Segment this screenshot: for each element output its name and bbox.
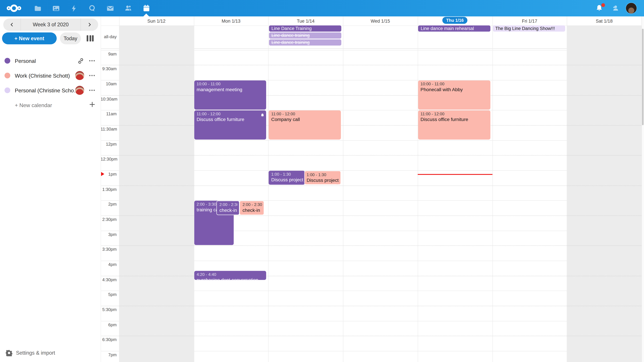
all-day-event[interactable]: Line dance training: [269, 32, 341, 38]
day-header[interactable]: Sun 1/12: [119, 16, 194, 25]
event[interactable]: 11:00 - 12:00Company call: [269, 110, 341, 140]
grid-vertical-line: [343, 16, 343, 362]
event-title: check-in: [219, 208, 238, 213]
scrollbar-thumb[interactable]: [642, 29, 644, 125]
calendar-item-work-christine[interactable]: Work (Christine Schott): [0, 68, 100, 83]
event[interactable]: 10:00 - 11:00Phonecall with Abby: [418, 80, 490, 110]
now-arrow-indicator: [101, 172, 104, 176]
mail-app-icon[interactable]: [101, 0, 119, 16]
event-title: Phonecall with Abby: [420, 87, 488, 92]
day-column[interactable]: [418, 25, 492, 362]
time-label: 1:30pm: [100, 187, 117, 191]
day-column[interactable]: [567, 25, 642, 362]
day-header[interactable]: Thu 1/16: [418, 16, 492, 25]
grid-horizontal-line: [100, 140, 642, 141]
grid-horizontal-line: [100, 110, 642, 110]
user-avatar[interactable]: [626, 3, 636, 13]
time-label: 3:30pm: [100, 247, 117, 252]
owner-avatar: [75, 86, 84, 95]
time-label: 10am: [100, 81, 117, 86]
event-time: 2:00 - 2:30: [219, 202, 238, 207]
event-title: Discuss project announcement: [271, 177, 303, 183]
grid-horizontal-line: [100, 65, 642, 65]
grid-horizontal-line: [100, 185, 642, 186]
day-column[interactable]: [268, 25, 343, 362]
day-column[interactable]: [194, 25, 268, 362]
grid-vertical-line: [567, 16, 567, 362]
contacts-menu-icon[interactable]: [606, 0, 625, 16]
event-time: 11:00 - 12:00: [271, 111, 339, 116]
event-time: 10:00 - 11:00: [196, 81, 265, 86]
grid-horizontal-line: [100, 261, 642, 261]
view-toggle-icon[interactable]: [87, 35, 95, 42]
calendar-item-personal-christine[interactable]: Personal (Christine Scho…: [0, 83, 100, 98]
nextcloud-logo-icon[interactable]: [5, 0, 23, 16]
day-column[interactable]: [119, 25, 194, 362]
day-column[interactable]: [343, 25, 418, 362]
top-bar: [0, 0, 644, 16]
event[interactable]: 2:00 - 2:30check-in: [216, 201, 240, 215]
next-week-button[interactable]: [80, 18, 98, 31]
event[interactable]: 11:00 - 12:00Discuss office furniture: [418, 110, 490, 140]
time-label: 5pm: [100, 292, 117, 297]
time-label: 3pm: [100, 232, 117, 237]
calendar-actions-menu[interactable]: [89, 72, 95, 80]
grid-horizontal-line: [100, 321, 642, 321]
files-app-icon[interactable]: [29, 0, 47, 16]
time-label: 6pm: [100, 322, 117, 327]
event[interactable]: 11:00 - 12:00Discuss office furniture: [194, 110, 266, 140]
day-header[interactable]: Mon 1/13: [194, 16, 268, 25]
event-title: check-in: [242, 208, 262, 213]
event[interactable]: 1:00 - 1:30Discuss project announcement: [304, 171, 341, 185]
time-label: 7pm: [100, 352, 117, 357]
day-header[interactable]: Fri 1/17: [492, 16, 567, 25]
notifications-bell-icon[interactable]: [590, 0, 608, 16]
previous-week-button[interactable]: [3, 18, 21, 31]
gear-icon: [6, 350, 12, 356]
event[interactable]: 10:00 - 11:00management meeting: [194, 80, 266, 110]
week-title[interactable]: Week 3 of 2020: [21, 18, 80, 31]
event-time: 11:00 - 12:00: [196, 111, 265, 116]
all-day-event[interactable]: Line dance training: [269, 39, 341, 45]
grid-horizontal-line: [100, 231, 642, 231]
new-calendar-button[interactable]: + New calendar: [0, 98, 100, 112]
time-label: 9:30am: [100, 66, 117, 71]
event[interactable]: 4:20 - 4:40purchasing dept conversation: [194, 271, 266, 280]
grid-vertical-line: [642, 16, 642, 362]
time-label: 12pm: [100, 141, 117, 146]
settings-import-button[interactable]: Settings & import: [0, 347, 100, 359]
calendar-color-dot: [4, 72, 10, 78]
grid-horizontal-line: [100, 95, 642, 95]
time-label: 11:30am: [100, 126, 117, 131]
grid-horizontal-line: [100, 336, 642, 336]
contacts-app-icon[interactable]: [119, 0, 137, 16]
activity-app-icon[interactable]: [65, 0, 83, 16]
day-header[interactable]: Sat 1/18: [567, 16, 642, 25]
time-label: 11am: [100, 111, 117, 116]
today-button[interactable]: Today: [60, 32, 81, 44]
grid-vertical-line: [492, 16, 492, 362]
grid-horizontal-line: [100, 216, 642, 216]
share-link-icon[interactable]: [77, 57, 84, 66]
time-label: 4pm: [100, 262, 117, 267]
grid-horizontal-line: [100, 306, 642, 306]
day-header[interactable]: Wed 1/15: [343, 16, 418, 25]
event[interactable]: 1:00 - 1:30Discuss project announcement: [269, 171, 305, 185]
photos-app-icon[interactable]: [47, 0, 65, 16]
day-column[interactable]: [492, 25, 567, 362]
talk-app-icon[interactable]: [83, 0, 101, 16]
calendar-actions-menu[interactable]: [89, 58, 95, 65]
day-header[interactable]: Tue 1/14: [268, 16, 343, 25]
all-day-event[interactable]: Line Dance Training: [269, 25, 341, 32]
event-time: 4:20 - 4:40: [196, 272, 265, 277]
calendar-item-personal[interactable]: Personal: [0, 53, 100, 68]
grid-horizontal-line: [100, 170, 642, 171]
event-title: Company call: [271, 117, 339, 122]
grid-horizontal-line: [100, 351, 642, 351]
new-event-button[interactable]: + New event: [2, 32, 57, 44]
calendar-actions-menu[interactable]: [89, 87, 95, 95]
owner-avatar: [75, 71, 84, 80]
event[interactable]: 2:00 - 2:30check-in: [240, 201, 264, 215]
all-day-event[interactable]: The Big Line Dancing Show!!!: [493, 25, 565, 32]
all-day-event[interactable]: Line dance main rehearsal: [418, 25, 490, 32]
